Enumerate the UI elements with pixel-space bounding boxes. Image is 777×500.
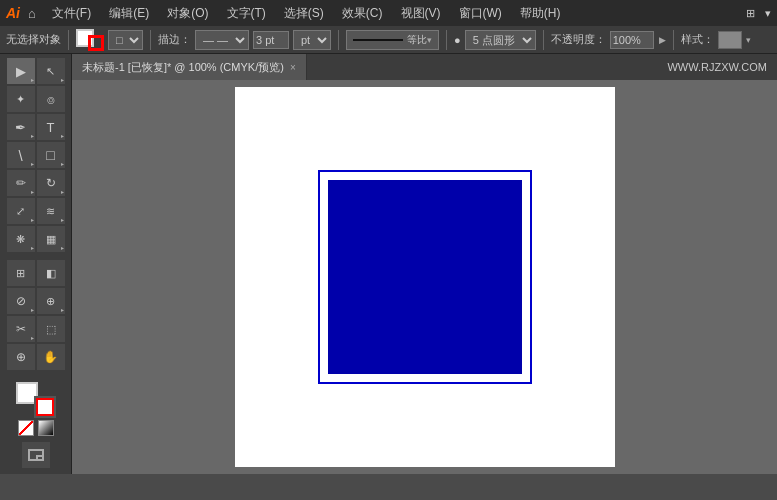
point-type-label: ● [454,34,461,46]
opacity-arrow-icon: ▶ [659,35,666,45]
menu-view[interactable]: 视图(V) [393,3,449,24]
type-tool[interactable]: T▸ [37,114,65,140]
select-tool[interactable]: ▶▸ [7,58,35,84]
pencil-tool[interactable]: ✏▸ [7,170,35,196]
tool-row-mode [2,442,69,468]
point-type-dropdown[interactable]: 5 点圆形 [465,30,536,50]
magic-wand-tool[interactable]: ✦ [7,86,35,112]
line-tool[interactable]: \▸ [7,142,35,168]
fill-stroke-widget[interactable] [16,382,56,418]
line-preview [353,39,403,41]
opacity-input[interactable] [610,31,654,49]
scale-tool[interactable]: ⤢▸ [7,198,35,224]
stroke-fill-indicator[interactable] [76,29,104,51]
artboard [235,87,615,467]
stroke-width-input[interactable] [253,31,289,49]
app-logo-icon: ⌂ [28,6,36,21]
style-label: 样式： [681,32,714,47]
menu-object[interactable]: 对象(O) [159,3,216,24]
tool-row-pen: ✒▸ T▸ [2,114,69,140]
stroke-unit-dropdown[interactable]: pt [293,30,331,50]
options-bar: 无选择对象 □ 描边： — — pt 等比 ▾ ● 5 点圆形 不透明度： ▶ … [0,26,777,54]
no-selection-label: 无选择对象 [6,32,61,47]
screen-inner-icon [36,455,44,461]
tool-row-magic: ✦ ⌾ [2,86,69,112]
style-preview[interactable] [718,31,742,49]
pen-tool[interactable]: ✒▸ [7,114,35,140]
color-tools [2,382,69,436]
doc-area: ▶▸ ↖▸ ✦ ⌾ ✒▸ T▸ \▸ □▸ ✏▸ ↻▸ ⤢▸ ≋▸ ❋▸ [0,54,777,474]
title-bar: Ai ⌂ 文件(F) 编辑(E) 对象(O) 文字(T) 选择(S) 效果(C)… [0,0,777,26]
close-tab-button[interactable]: × [290,62,296,73]
stroke-box [88,35,104,51]
window-controls: ⊞ ▾ [746,7,771,20]
menu-edit[interactable]: 编辑(E) [101,3,157,24]
chevron-down-icon: ▾ [765,7,771,20]
stroke-color[interactable] [34,396,56,418]
stroke-style-dropdown[interactable]: — — [195,30,249,50]
shape-dropdown[interactable]: □ [108,30,143,50]
line-style-label: 等比 [407,33,427,47]
canvas-workspace [72,80,777,474]
separator [68,30,69,50]
sep3 [338,30,339,50]
tool-row-zoom: ⊕ ✋ [2,344,69,370]
tool-row-mesh: ⊞ ◧ [2,260,69,286]
stroke-color-inner [36,398,54,416]
menu-text[interactable]: 文字(T) [219,3,274,24]
line-style-preview[interactable]: 等比 ▾ [346,30,439,50]
screen-mode-icon [28,449,44,461]
artboard-tool[interactable]: ⬚ [37,316,65,342]
warp-tool[interactable]: ≋▸ [37,198,65,224]
sep5 [543,30,544,50]
mesh-tool[interactable]: ⊞ [7,260,35,286]
menu-effect[interactable]: 效果(C) [334,3,391,24]
doc-tab-title: 未标题-1 [已恢复]* @ 100% (CMYK/预览) [82,60,284,75]
style-dropdown-icon: ▾ [746,35,751,45]
none-box[interactable] [18,420,34,436]
sep4 [446,30,447,50]
sidebar: ▶▸ ↖▸ ✦ ⌾ ✒▸ T▸ \▸ □▸ ✏▸ ↻▸ ⤢▸ ≋▸ ❋▸ [0,54,72,474]
grid-icon: ⊞ [746,7,755,20]
menu-file[interactable]: 文件(F) [44,3,99,24]
artwork-rectangle[interactable] [320,172,530,382]
symbol-tool[interactable]: ❋▸ [7,226,35,252]
direct-select-tool[interactable]: ↖▸ [37,58,65,84]
menu-help[interactable]: 帮助(H) [512,3,569,24]
menu-window[interactable]: 窗口(W) [451,3,510,24]
chevron-down-small-icon: ▾ [427,35,432,45]
canvas-scroll[interactable] [72,80,777,474]
blend-tool[interactable]: ⊕▸ [37,288,65,314]
default-colors-icon[interactable] [38,420,54,436]
tool-row-eyedrop: ⊘▸ ⊕▸ [2,288,69,314]
scissors-tool[interactable]: ✂▸ [7,316,35,342]
tool-row-sym: ❋▸ ▦▸ [2,226,69,252]
app-logo: Ai [6,5,20,21]
tool-row-scissors: ✂▸ ⬚ [2,316,69,342]
doc-tab[interactable]: 未标题-1 [已恢复]* @ 100% (CMYK/预览) × [72,54,307,80]
website-info: WWW.RJZXW.COM [667,61,777,73]
rect-tool[interactable]: □▸ [37,142,65,168]
opacity-label: 不透明度： [551,32,606,47]
tool-row-scale: ⤢▸ ≋▸ [2,198,69,224]
lasso-tool[interactable]: ⌾ [37,86,65,112]
tool-row-line: \▸ □▸ [2,142,69,168]
sep2 [150,30,151,50]
hand-tool[interactable]: ✋ [37,344,65,370]
tab-bar: 未标题-1 [已恢复]* @ 100% (CMYK/预览) × WWW.RJZX… [72,54,777,80]
rotate-tool[interactable]: ↻▸ [37,170,65,196]
stroke-label: 描边： [158,32,191,47]
none-default-row [18,420,54,436]
sep6 [673,30,674,50]
zoom-tool[interactable]: ⊕ [7,344,35,370]
menu-bar: 文件(F) 编辑(E) 对象(O) 文字(T) 选择(S) 效果(C) 视图(V… [44,3,569,24]
eyedropper-tool[interactable]: ⊘▸ [7,288,35,314]
shape-tool-options: □ [108,30,143,50]
change-screen-mode[interactable] [22,442,50,468]
menu-select[interactable]: 选择(S) [276,3,332,24]
canvas-area: 未标题-1 [已恢复]* @ 100% (CMYK/预览) × WWW.RJZX… [72,54,777,474]
tool-row-select: ▶▸ ↖▸ [2,58,69,84]
column-graph-tool[interactable]: ▦▸ [37,226,65,252]
tool-row-pencil: ✏▸ ↻▸ [2,170,69,196]
gradient-tool[interactable]: ◧ [37,260,65,286]
